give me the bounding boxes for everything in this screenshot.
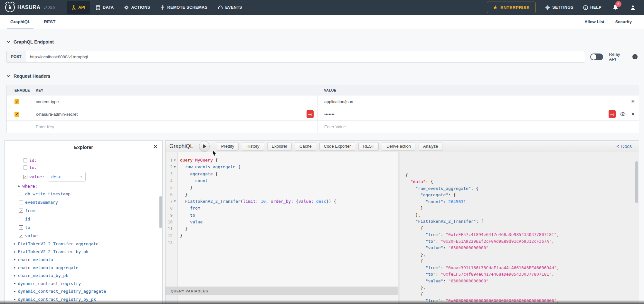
explorer-item-chain_metadata_by_pk[interactable]: ▶chain_metadata_by_pk: [5, 271, 162, 279]
tab-graphiql[interactable]: GraphiQL: [7, 15, 33, 29]
hasura-logo[interactable]: λ HASURA v2.23.0: [0, 3, 59, 12]
toolbar-button-explorer[interactable]: Explorer: [267, 142, 292, 151]
explorer-checkbox[interactable]: [23, 158, 27, 162]
admin-secret-badge[interactable]: •••|: [307, 110, 314, 118]
header-value-text[interactable]: •••••••: [324, 112, 335, 117]
header-enabled-checkbox[interactable]: ✓: [14, 112, 19, 117]
sort-direction-select[interactable]: desc▾: [48, 172, 86, 181]
explorer-item-to[interactable]: to:: [5, 164, 162, 171]
expand-arrow-icon[interactable]: ▶: [14, 266, 15, 269]
explorer-checkbox[interactable]: ✓: [23, 175, 27, 179]
expand-arrow-icon[interactable]: ▶: [14, 282, 15, 285]
explorer-item-where[interactable]: ▶where:: [5, 182, 162, 190]
fold-arrow-icon[interactable]: ▼: [173, 165, 177, 169]
remove-header-icon[interactable]: ✕: [631, 111, 635, 117]
execute-query-button[interactable]: [199, 141, 210, 152]
toolbar-button-prettify[interactable]: Prettify: [217, 142, 239, 151]
enterprise-button[interactable]: ★ ENTERPRISE: [487, 2, 535, 13]
header-key-text[interactable]: x-hasura-admin-secret: [36, 112, 78, 117]
explorer-item-FiatTokenV2_2_Transfer_aggregate[interactable]: ▶FiatTokenV2_2_Transfer_aggregate: [5, 240, 162, 248]
nav-item-actions[interactable]: ACTIONS: [119, 0, 155, 15]
explorer-item-dynamic_contract_registry[interactable]: ▶dynamic_contract_registry: [5, 279, 162, 288]
explorer-item-dynamic_contract_registry_by_pk[interactable]: ▶dynamic_contract_registry_by_pk: [5, 295, 162, 303]
explorer-checkbox[interactable]: ✓: [19, 234, 23, 238]
fold-arrow-icon[interactable]: ▼: [173, 159, 177, 162]
response-line: {: [405, 225, 639, 231]
explorer-item-FiatTokenV2_2_Transfer_by_pk[interactable]: ▶FiatTokenV2_2_Transfer_by_pk: [5, 248, 162, 256]
explorer-item-id[interactable]: id: [5, 215, 162, 223]
explorer-item-db_write_timestamp[interactable]: db_write_timestamp: [5, 190, 162, 198]
link-allow-list[interactable]: Allow List: [584, 19, 604, 24]
explorer-checkbox[interactable]: [23, 165, 27, 170]
remove-header-icon[interactable]: ✕: [631, 99, 635, 104]
code-token: {: [238, 164, 241, 169]
toolbar-button-analyze[interactable]: Analyze: [419, 142, 442, 151]
explorer-item-chain_metadata_aggregate[interactable]: ▶chain_metadata_aggregate: [5, 264, 162, 272]
show-secret-eye-icon[interactable]: [620, 112, 626, 116]
expand-arrow-icon[interactable]: ▶: [18, 184, 20, 188]
code-token: value:: [298, 199, 314, 204]
toolbar-button-rest[interactable]: REST: [358, 142, 379, 151]
link-security[interactable]: Security: [615, 19, 632, 24]
response-token: "0xfeEF57c4f894e6417e468aDe9854330377807…: [441, 272, 552, 277]
code-token: to: [190, 213, 195, 218]
toolbar-button-cache[interactable]: Cache: [295, 142, 316, 151]
relay-api-toggle[interactable]: [590, 54, 603, 60]
header-enabled-checkbox[interactable]: ✓: [14, 99, 19, 104]
query-variables-bar[interactable]: QUERY VARIABLES: [166, 287, 398, 295]
help-button[interactable]: ? HELP: [583, 5, 601, 10]
explorer-checkbox[interactable]: ✓: [19, 209, 23, 213]
info-icon[interactable]: i: [632, 54, 638, 59]
request-headers-section-header[interactable]: Request Headers: [6, 74, 50, 79]
nav-item-data[interactable]: DATA: [90, 0, 119, 15]
explorer-checkbox[interactable]: [19, 200, 23, 204]
query-code[interactable]: query MyQuery { raw_events_aggregate { a…: [178, 152, 398, 287]
explorer-item-value[interactable]: ✓value: [5, 231, 162, 240]
explorer-checkbox[interactable]: ✓: [19, 225, 23, 230]
response-scrollbar[interactable]: [635, 161, 638, 203]
graphql-endpoint-section-header[interactable]: GraphQL Endpoint: [6, 39, 54, 44]
explorer-item-from[interactable]: ✓from: [5, 206, 162, 215]
admin-secret-badge[interactable]: •••|: [609, 110, 616, 118]
toolbar-button-derive-action[interactable]: Derive action: [382, 142, 415, 151]
key-input-placeholder[interactable]: Enter Key: [29, 121, 317, 133]
query-editor-column: 1▼2▼34567▼8910111213 query MyQuery { raw…: [166, 152, 400, 304]
explorer-item-value[interactable]: ✓value:desc▾: [5, 171, 162, 182]
expand-arrow-icon[interactable]: ▶: [14, 274, 15, 277]
query-variables-editor[interactable]: [166, 295, 398, 304]
value-icons: ✕: [631, 99, 635, 104]
explorer-checkbox[interactable]: [19, 192, 23, 196]
explorer-item-id[interactable]: id:: [5, 157, 162, 164]
header-value-text[interactable]: application/json: [324, 99, 353, 104]
toolbar-button-history[interactable]: History: [242, 142, 264, 151]
graphql-endpoint-input[interactable]: [26, 51, 585, 63]
expand-arrow-icon[interactable]: ▶: [14, 242, 15, 245]
explorer-item-eventsSummary[interactable]: eventsSummary: [5, 198, 162, 206]
explorer-checkbox[interactable]: [19, 217, 23, 221]
user-menu-button[interactable]: [630, 5, 636, 10]
nav-item-events[interactable]: EVENTS: [213, 0, 247, 15]
header-key-text[interactable]: content-type: [36, 99, 59, 104]
explorer-item-dynamic_contract_registry_aggregate[interactable]: ▶dynamic_contract_registry_aggregate: [5, 288, 162, 296]
toolbar-button-code-exporter[interactable]: Code Exporter: [319, 142, 355, 151]
response-token: },: [415, 212, 421, 217]
close-icon[interactable]: ✕: [153, 143, 158, 150]
query-editor[interactable]: 1▼2▼34567▼8910111213 query MyQuery { raw…: [166, 152, 398, 287]
value-input-placeholder[interactable]: Enter Value: [317, 121, 639, 133]
nav-item-remote-schemas[interactable]: REMOTE SCHEMAS: [155, 0, 213, 15]
explorer-item-to[interactable]: ✓to: [5, 223, 162, 231]
settings-button[interactable]: SETTINGS: [545, 5, 573, 10]
explorer-item-chain_metadata[interactable]: ▶chain_metadata: [5, 256, 162, 264]
notifications-button[interactable]: 8: [612, 4, 619, 11]
expand-arrow-icon[interactable]: ▶: [14, 298, 15, 301]
expand-arrow-icon[interactable]: ▶: [14, 290, 15, 293]
docs-button[interactable]: < Docs: [616, 144, 635, 149]
fold-arrow-icon[interactable]: ▼: [173, 200, 177, 203]
expand-arrow-icon[interactable]: ▶: [14, 250, 15, 253]
nav-item-api[interactable]: API: [67, 1, 90, 14]
response-pane[interactable]: { "data": { "raw_events_aggregate": { "a…: [400, 152, 639, 304]
explorer-scrollbar[interactable]: [159, 196, 162, 228]
nav-item-label: ACTIONS: [131, 5, 150, 10]
tab-rest[interactable]: REST: [41, 15, 59, 29]
expand-arrow-icon[interactable]: ▶: [14, 258, 15, 261]
